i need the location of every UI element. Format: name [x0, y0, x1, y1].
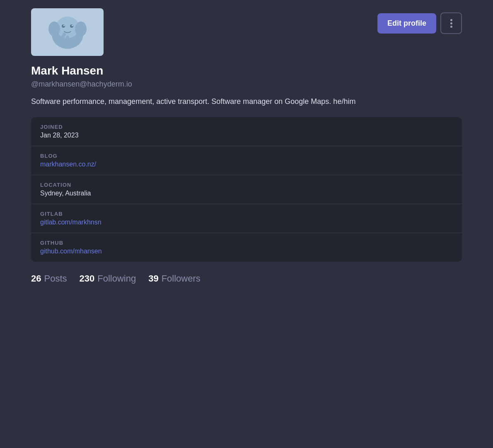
header-row: Edit profile — [31, 8, 462, 56]
following-stat[interactable]: 230 Following — [80, 273, 136, 284]
stats-row: 26 Posts 230 Following 39 Followers — [31, 273, 462, 284]
followers-stat[interactable]: 39 Followers — [148, 273, 201, 284]
avatar-image — [43, 12, 92, 53]
user-bio: Software performance, management, active… — [31, 96, 404, 107]
joined-value: Jan 28, 2023 — [40, 132, 453, 139]
dot-3 — [450, 26, 452, 28]
svg-point-6 — [63, 25, 65, 26]
following-label: Following — [97, 273, 136, 284]
blog-row: BLOG markhansen.co.nz/ — [31, 146, 462, 175]
profile-card: Edit profile Mark Hansen @markhansen@hac… — [19, 0, 474, 296]
joined-row: JOINED Jan 28, 2023 — [31, 117, 462, 146]
svg-point-4 — [62, 24, 65, 28]
github-label: GITHUB — [40, 240, 453, 246]
svg-point-3 — [75, 22, 87, 36]
user-handle: @markhansen@hachyderm.io — [31, 80, 462, 89]
followers-count: 39 — [148, 273, 158, 284]
svg-point-2 — [48, 22, 60, 36]
gitlab-label: GITLAB — [40, 211, 453, 217]
more-options-button[interactable] — [440, 12, 462, 34]
github-link[interactable]: github.com/mhansen — [40, 248, 102, 255]
posts-count: 26 — [31, 273, 41, 284]
svg-point-7 — [72, 25, 73, 26]
dot-2 — [450, 22, 452, 24]
location-label: LOCATION — [40, 182, 453, 188]
avatar — [31, 8, 104, 56]
following-count: 230 — [80, 273, 95, 284]
user-name: Mark Hansen — [31, 64, 462, 77]
svg-point-5 — [70, 24, 73, 28]
gitlab-link[interactable]: gitlab.com/markhnsn — [40, 219, 102, 226]
location-row: LOCATION Sydney, Australia — [31, 175, 462, 204]
joined-label: JOINED — [40, 124, 453, 130]
dot-1 — [450, 19, 452, 21]
github-row: GITHUB github.com/mhansen — [31, 233, 462, 262]
followers-label: Followers — [162, 273, 201, 284]
posts-stat[interactable]: 26 Posts — [31, 273, 67, 284]
blog-label: BLOG — [40, 153, 453, 159]
info-box: JOINED Jan 28, 2023 BLOG markhansen.co.n… — [31, 117, 462, 262]
posts-label: Posts — [44, 273, 67, 284]
edit-profile-button[interactable]: Edit profile — [377, 13, 436, 34]
blog-link[interactable]: markhansen.co.nz/ — [40, 161, 96, 168]
gitlab-row: GITLAB gitlab.com/markhnsn — [31, 204, 462, 233]
header-actions: Edit profile — [377, 12, 462, 34]
location-value: Sydney, Australia — [40, 190, 453, 197]
